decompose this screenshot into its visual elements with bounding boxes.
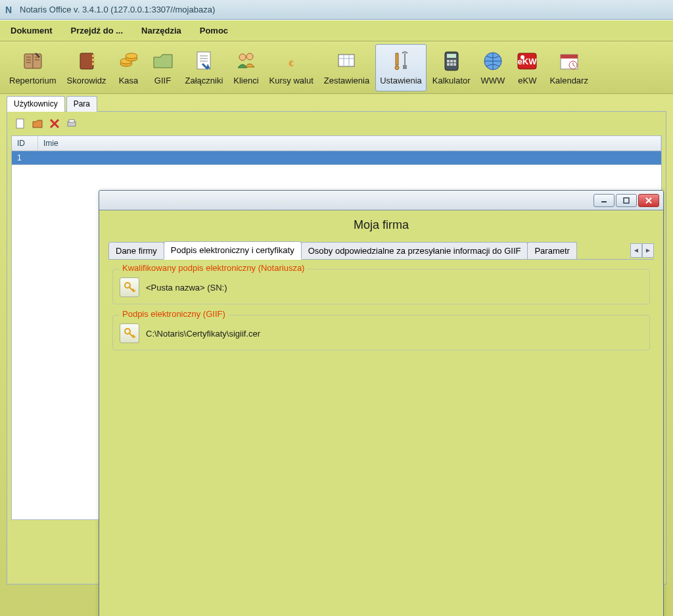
users-grid-row-1[interactable]: 1	[11, 151, 662, 165]
document-icon	[192, 49, 216, 73]
tool-klienci-label: Klienci	[233, 76, 258, 85]
tool-zalaczniki-label: Załączniki	[185, 76, 223, 85]
svg-rect-1	[80, 53, 93, 69]
folder-icon	[151, 49, 175, 73]
dialog-title: Moja firma	[108, 218, 654, 232]
tool-kasa-label: Kasa	[119, 76, 139, 85]
menu-dokument[interactable]: Dokument	[11, 26, 53, 36]
ekw-icon: eKW	[515, 49, 539, 73]
dialog-content: Kwalifikowany podpis elektroniczny (Nota…	[108, 260, 654, 365]
tool-kalendarz[interactable]: Kalendarz	[545, 44, 593, 91]
menu-narzedzia[interactable]: Narzędzia	[141, 26, 181, 36]
tool-kalendarz-label: Kalendarz	[549, 76, 588, 85]
col-id[interactable]: ID	[12, 136, 38, 151]
group-podpis-notariusza: Kwalifikowany podpis elektroniczny (Nota…	[112, 269, 650, 304]
tab-dane-firmy[interactable]: Dane firmy	[108, 242, 164, 259]
euro-icon: €	[279, 49, 303, 73]
tool-zestawienia[interactable]: Zestawienia	[319, 44, 374, 91]
tool-ekw-label: eKW	[518, 76, 536, 85]
tool-kursy-label: Kursy walut	[269, 76, 313, 85]
tool-kursy[interactable]: € Kursy walut	[265, 44, 318, 91]
globe-icon	[481, 49, 505, 73]
group1-legend: Kwalifikowany podpis elektroniczny (Nota…	[120, 263, 307, 273]
calculator-icon	[440, 49, 463, 73]
open-folder-icon[interactable]	[31, 117, 44, 130]
svg-rect-3	[92, 59, 95, 61]
group1-value: <Pusta nazwa> (SN:)	[146, 283, 227, 293]
cell-id: 1	[12, 151, 38, 164]
tab-parametry[interactable]: Parametr	[527, 242, 576, 259]
maximize-button[interactable]	[616, 194, 637, 207]
tool-ustawienia-label: Ustawienia	[380, 76, 422, 85]
tab-scroll-right[interactable]: ►	[642, 243, 654, 258]
tool-kasa[interactable]: Kasa	[112, 44, 145, 91]
svg-rect-18	[447, 54, 456, 58]
tool-giif-label: GIIF	[154, 76, 171, 85]
app-title: Notaris Office v. 3.4.1.0 (127.0.0.1:330…	[20, 5, 215, 14]
tool-ekw[interactable]: eKW eKW	[511, 44, 544, 91]
dialog-tabs: Dane firmy Podpis elektroniczny i certyf…	[108, 241, 654, 260]
select-cert-button-2[interactable]	[120, 323, 139, 343]
menu-przejdz[interactable]: Przejdź do ...	[71, 26, 123, 36]
print-icon[interactable]	[65, 117, 78, 130]
tool-repertorium-label: Repertorium	[9, 76, 57, 85]
svg-rect-30	[561, 55, 578, 59]
tab-scroll-left[interactable]: ◄	[630, 243, 642, 258]
svg-rect-23	[450, 63, 453, 66]
tool-ustawienia[interactable]: Ustawienia	[375, 44, 427, 91]
tool-zalaczniki[interactable]: Załączniki	[181, 44, 228, 91]
svg-text:€: €	[289, 59, 294, 68]
toolbar: Repertorium Skorowidz Kasa GIIF Załączni…	[0, 41, 673, 94]
group2-legend: Podpis elektroniczny (GIIF)	[120, 309, 228, 319]
svg-rect-14	[338, 55, 354, 66]
svg-rect-21	[453, 60, 456, 62]
tab-parametry[interactable]: Para	[66, 96, 97, 112]
people-icon	[234, 49, 258, 73]
tab-osoby[interactable]: Osoby odpowiedzialne za przesyłanie info…	[301, 242, 528, 259]
close-button[interactable]	[638, 194, 659, 207]
dialog-titlebar[interactable]	[99, 191, 663, 210]
svg-rect-4	[92, 62, 95, 65]
menu-pomoc[interactable]: Pomoc	[200, 26, 228, 36]
svg-point-15	[395, 66, 399, 70]
tools-icon	[389, 49, 413, 73]
report-icon	[335, 49, 358, 73]
svg-point-12	[246, 53, 253, 60]
key-icon	[123, 281, 136, 294]
minimize-button[interactable]	[593, 194, 615, 207]
cell-imie	[38, 151, 661, 164]
app-titlebar: N Notaris Office v. 3.4.1.0 (127.0.0.1:3…	[0, 0, 673, 20]
index-icon	[75, 49, 99, 73]
col-imie[interactable]: Imie	[38, 136, 661, 151]
dialog-body: Moja firma Dane firmy Podpis elektronicz…	[99, 210, 663, 616]
tool-skorowidz[interactable]: Skorowidz	[62, 44, 111, 91]
svg-rect-36	[624, 198, 629, 203]
users-grid-header: ID Imie	[11, 135, 662, 151]
tool-klienci[interactable]: Klienci	[229, 44, 263, 91]
svg-point-8	[126, 53, 137, 59]
tool-kalkulator[interactable]: Kalkulator	[428, 44, 475, 91]
svg-rect-34	[69, 120, 74, 122]
svg-rect-22	[447, 63, 450, 66]
svg-rect-24	[453, 63, 456, 66]
tool-repertorium[interactable]: Repertorium	[5, 44, 61, 91]
select-cert-button-1[interactable]	[120, 277, 139, 297]
tool-giif[interactable]: GIIF	[147, 44, 179, 91]
menu-bar: Dokument Przejdź do ... Narzędzia Pomoc	[0, 20, 673, 41]
users-mini-toolbar	[11, 116, 662, 131]
group-podpis-giif: Podpis elektroniczny (GIIF) C:\Notaris\C…	[112, 315, 650, 350]
new-doc-icon[interactable]	[14, 117, 27, 130]
delete-icon[interactable]	[48, 117, 61, 130]
tool-skorowidz-label: Skorowidz	[67, 76, 106, 85]
tab-podpis[interactable]: Podpis elektroniczny i certyfikaty	[164, 241, 302, 260]
tool-zestawienia-label: Zestawienia	[324, 76, 369, 85]
tool-www[interactable]: WWW	[476, 44, 510, 91]
tab-uzytkownicy[interactable]: Użytkownicy	[7, 96, 65, 112]
svg-rect-20	[450, 60, 453, 62]
users-panel-tabs: Użytkownicy Para	[7, 96, 666, 112]
svg-point-28	[521, 55, 524, 59]
dialog-moja-firma: Moja firma Dane firmy Podpis elektronicz…	[99, 190, 664, 616]
svg-rect-19	[447, 60, 450, 62]
key-icon	[123, 327, 136, 340]
tab-scroll-arrows: ◄ ►	[630, 243, 654, 258]
